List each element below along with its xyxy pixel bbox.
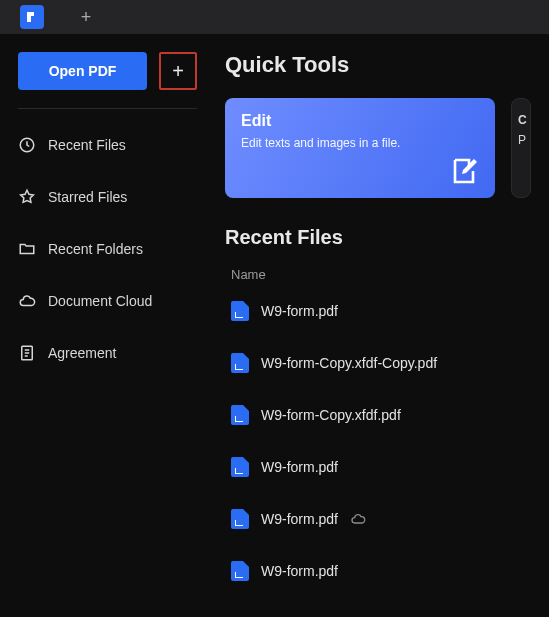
sidebar-item-recent-files[interactable]: Recent Files [18, 131, 197, 159]
cloud-badge-icon [350, 511, 366, 527]
edit-page-icon [447, 154, 481, 188]
create-pdf-button[interactable]: + [159, 52, 197, 90]
pdf-file-icon [231, 301, 249, 321]
pdf-file-icon [231, 561, 249, 581]
sidebar-divider [18, 108, 197, 109]
sidebar-item-agreement[interactable]: Agreement [18, 339, 197, 367]
recent-files-list: W9-form.pdfW9-form-Copy.xfdf-Copy.pdfW9-… [225, 296, 545, 586]
star-icon [18, 188, 36, 206]
pdf-file-icon [231, 457, 249, 477]
plus-icon: + [172, 60, 184, 83]
document-icon [18, 344, 36, 362]
sidebar-item-label: Document Cloud [48, 293, 152, 309]
app-logo-icon [25, 10, 39, 24]
sidebar-item-starred-files[interactable]: Starred Files [18, 183, 197, 211]
folder-icon [18, 240, 36, 258]
clock-icon [18, 136, 36, 154]
file-name: W9-form-Copy.xfdf-Copy.pdf [261, 355, 437, 371]
peek-line: C [518, 113, 524, 127]
quick-tool-edit-card[interactable]: Edit Edit texts and images in a file. [225, 98, 495, 198]
file-row[interactable]: W9-form-Copy.xfdf-Copy.pdf [225, 348, 545, 378]
file-row[interactable]: W9-form-Copy.xfdf.pdf [225, 400, 545, 430]
recent-files-title: Recent Files [225, 226, 545, 249]
file-name: W9-form-Copy.xfdf.pdf [261, 407, 401, 423]
pdf-file-icon [231, 405, 249, 425]
card-title: Edit [241, 112, 479, 130]
tab-bar: + [0, 0, 549, 34]
pdf-file-icon [231, 509, 249, 529]
quick-tools-title: Quick Tools [225, 52, 545, 78]
new-tab-button[interactable]: + [76, 7, 96, 28]
sidebar-item-label: Recent Folders [48, 241, 143, 257]
file-name: W9-form.pdf [261, 459, 338, 475]
sidebar-item-label: Agreement [48, 345, 116, 361]
file-row[interactable]: W9-form.pdf [225, 452, 545, 482]
file-row[interactable]: W9-form.pdf [225, 296, 545, 326]
file-name: W9-form.pdf [261, 563, 338, 579]
sidebar-item-recent-folders[interactable]: Recent Folders [18, 235, 197, 263]
file-row[interactable]: W9-form.pdf [225, 556, 545, 586]
sidebar: Open PDF + Recent Files Starred Files Re… [0, 34, 215, 617]
sidebar-item-label: Recent Files [48, 137, 126, 153]
sidebar-item-label: Starred Files [48, 189, 127, 205]
quick-tool-next-card[interactable]: C P [511, 98, 531, 198]
peek-line: P [518, 133, 524, 147]
open-pdf-button[interactable]: Open PDF [18, 52, 147, 90]
sidebar-item-document-cloud[interactable]: Document Cloud [18, 287, 197, 315]
card-desc: Edit texts and images in a file. [241, 136, 479, 150]
main-area: Quick Tools Edit Edit texts and images i… [215, 34, 549, 617]
column-header-name: Name [225, 267, 545, 282]
app-tab[interactable] [20, 5, 44, 29]
file-name: W9-form.pdf [261, 303, 338, 319]
pdf-file-icon [231, 353, 249, 373]
file-name: W9-form.pdf [261, 511, 338, 527]
file-row[interactable]: W9-form.pdf [225, 504, 545, 534]
cloud-icon [18, 292, 36, 310]
